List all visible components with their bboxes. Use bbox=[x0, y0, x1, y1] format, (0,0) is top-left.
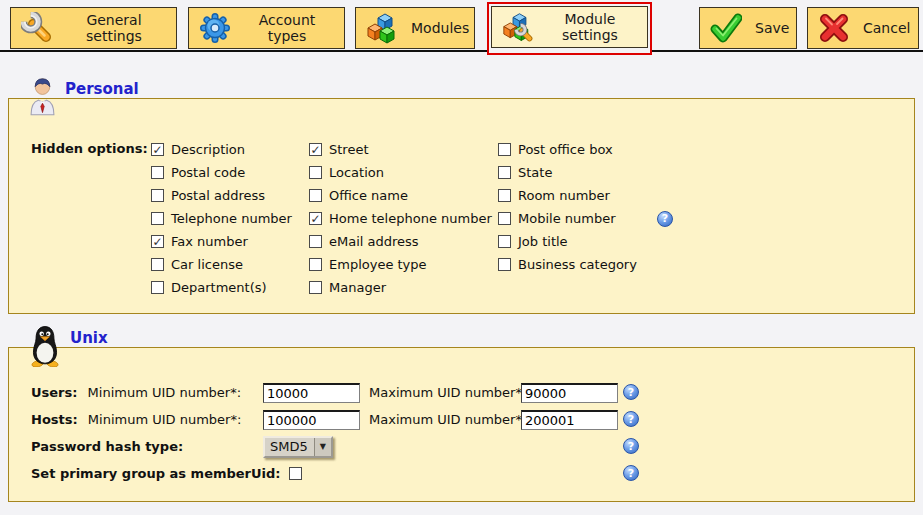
hidden-option-label: Telephone number bbox=[171, 211, 292, 226]
general-settings-button[interactable]: General settings bbox=[10, 7, 177, 49]
general-settings-label: General settings bbox=[66, 12, 162, 44]
cubes-wrench-icon bbox=[502, 10, 534, 44]
users-group-label: Users: bbox=[31, 385, 77, 400]
hidden-option: Manager bbox=[309, 276, 498, 299]
hidden-option: Employee type bbox=[309, 253, 498, 276]
hidden-option-checkbox[interactable] bbox=[498, 212, 511, 225]
x-icon bbox=[818, 11, 850, 45]
hidden-option: State bbox=[498, 161, 673, 184]
unix-section: Unix Users: Minimum UID number*: Maximum… bbox=[8, 347, 915, 502]
hidden-option-label: Employee type bbox=[329, 257, 427, 272]
hidden-option-checkbox[interactable] bbox=[309, 281, 322, 294]
hidden-options-label: Hidden options: bbox=[31, 138, 151, 156]
account-types-label: Account types bbox=[244, 12, 330, 44]
hidden-option: Office name bbox=[309, 184, 498, 207]
hidden-option-checkbox[interactable] bbox=[151, 212, 164, 225]
hidden-option: Location bbox=[309, 161, 498, 184]
hidden-option-checkbox[interactable] bbox=[498, 166, 511, 179]
hidden-option-checkbox[interactable]: ✓ bbox=[309, 143, 322, 156]
personal-section-title: Personal bbox=[65, 76, 139, 98]
tux-penguin-icon bbox=[29, 325, 61, 367]
hidden-option-label: Description bbox=[171, 142, 245, 157]
personal-section-legend: Personal bbox=[29, 76, 139, 116]
hosts-uid-row: Hosts: Minimum UID number*: Maximum UID … bbox=[31, 406, 894, 433]
hidden-option-label: Room number bbox=[518, 188, 610, 203]
hidden-option-checkbox[interactable] bbox=[498, 143, 511, 156]
hosts-min-uid-input[interactable] bbox=[263, 410, 360, 430]
hidden-option-label: Mobile number bbox=[518, 211, 616, 226]
hidden-option-label: eMail address bbox=[329, 234, 419, 249]
hidden-option-label: Post office box bbox=[518, 142, 613, 157]
hidden-option-label: Postal address bbox=[171, 188, 265, 203]
hosts-max-uid-input[interactable] bbox=[521, 410, 618, 430]
help-icon[interactable]: ? bbox=[623, 438, 639, 454]
chevron-down-icon: ▼ bbox=[314, 438, 331, 456]
cancel-button[interactable]: Cancel bbox=[807, 7, 919, 49]
hidden-option-checkbox[interactable] bbox=[309, 189, 322, 202]
modules-button[interactable]: Modules bbox=[355, 7, 475, 49]
cancel-label: Cancel bbox=[863, 20, 910, 36]
users-uid-row: Users: Minimum UID number*: Maximum UID … bbox=[31, 379, 894, 406]
hidden-option: Room number bbox=[498, 184, 673, 207]
gear-icon bbox=[199, 11, 231, 45]
hidden-options-grid: ✓Description✓StreetPost office boxPostal… bbox=[151, 138, 673, 299]
unix-section-legend: Unix bbox=[29, 325, 108, 367]
account-types-button[interactable]: Account types bbox=[188, 7, 345, 49]
hidden-option-checkbox[interactable] bbox=[309, 235, 322, 248]
hidden-option-label: Office name bbox=[329, 188, 408, 203]
hidden-option-label: Department(s) bbox=[171, 280, 267, 295]
hidden-option: Post office box bbox=[498, 138, 673, 161]
users-min-uid-label: Minimum UID number*: bbox=[88, 385, 242, 400]
hidden-option-label: Street bbox=[329, 142, 369, 157]
hidden-option-label: Fax number bbox=[171, 234, 248, 249]
hidden-option: Mobile number? bbox=[498, 207, 673, 230]
users-max-uid-label: Maximum UID number*: bbox=[369, 385, 521, 400]
personal-section: Personal Hidden options: ✓Description✓St… bbox=[8, 98, 915, 314]
hidden-option-checkbox[interactable] bbox=[309, 166, 322, 179]
member-uid-checkbox[interactable] bbox=[289, 467, 302, 480]
hidden-option-label: Job title bbox=[518, 234, 568, 249]
module-settings-button[interactable]: Module settings bbox=[491, 6, 648, 48]
hidden-option-checkbox[interactable] bbox=[498, 235, 511, 248]
hidden-option-label: State bbox=[518, 165, 552, 180]
hidden-option-checkbox[interactable] bbox=[498, 189, 511, 202]
hidden-option-label: Home telephone number bbox=[329, 211, 492, 226]
hidden-option-checkbox[interactable] bbox=[151, 281, 164, 294]
help-icon[interactable]: ? bbox=[623, 384, 639, 400]
toolbar: General settings bbox=[0, 0, 923, 52]
save-button[interactable]: Save bbox=[699, 7, 797, 49]
hidden-option: eMail address bbox=[309, 230, 498, 253]
module-settings-label: Module settings bbox=[547, 11, 633, 43]
person-icon bbox=[29, 76, 56, 116]
module-settings-page: General settings bbox=[0, 0, 923, 502]
help-icon[interactable]: ? bbox=[657, 211, 673, 227]
hidden-option: Telephone number bbox=[151, 207, 309, 230]
wrench-icon bbox=[21, 11, 53, 45]
password-hash-select[interactable]: SMD5 ▼ bbox=[263, 436, 333, 458]
hidden-option-label: Car license bbox=[171, 257, 243, 272]
help-icon[interactable]: ? bbox=[623, 411, 639, 427]
hidden-option: Business category bbox=[498, 253, 673, 276]
hidden-option-label: Manager bbox=[329, 280, 386, 295]
hidden-options-row: Hidden options: ✓Description✓StreetPost … bbox=[31, 138, 894, 299]
hidden-option-checkbox[interactable]: ✓ bbox=[151, 143, 164, 156]
hidden-option-checkbox[interactable] bbox=[309, 258, 322, 271]
member-uid-label: Set primary group as memberUid: bbox=[31, 466, 281, 481]
hidden-option-checkbox[interactable]: ✓ bbox=[309, 212, 322, 225]
help-icon[interactable]: ? bbox=[623, 465, 639, 481]
checkmark-icon bbox=[710, 11, 742, 45]
hidden-option-checkbox[interactable] bbox=[151, 166, 164, 179]
unix-section-title: Unix bbox=[70, 325, 108, 347]
hidden-option: Department(s) bbox=[151, 276, 309, 299]
hidden-option-checkbox[interactable] bbox=[151, 258, 164, 271]
hidden-option-label: Postal code bbox=[171, 165, 245, 180]
hidden-option: ✓Street bbox=[309, 138, 498, 161]
hidden-option: ✓Home telephone number bbox=[309, 207, 498, 230]
users-min-uid-input[interactable] bbox=[263, 383, 360, 403]
hidden-option-checkbox[interactable] bbox=[151, 189, 164, 202]
hidden-option: ✓Fax number bbox=[151, 230, 309, 253]
hidden-option: Postal address bbox=[151, 184, 309, 207]
hidden-option-checkbox[interactable]: ✓ bbox=[151, 235, 164, 248]
users-max-uid-input[interactable] bbox=[521, 383, 618, 403]
hidden-option-checkbox[interactable] bbox=[498, 258, 511, 271]
